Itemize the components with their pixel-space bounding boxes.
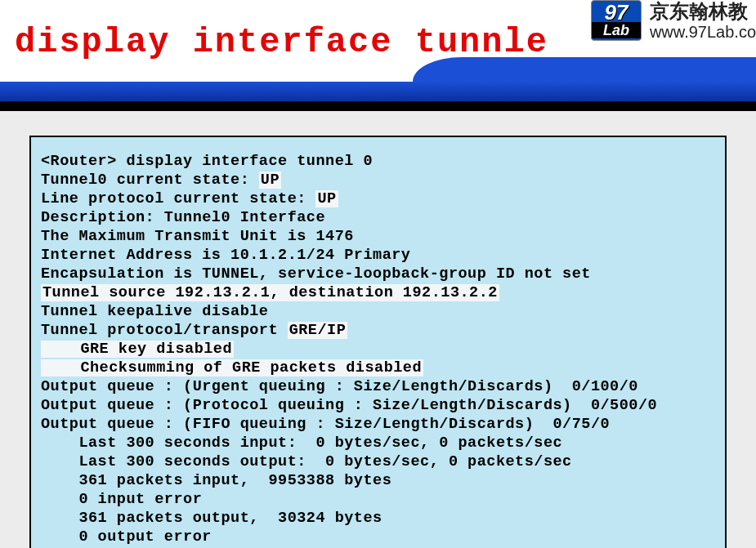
line: Encapsulation is TUNNEL, service-loopbac…: [41, 265, 591, 283]
line: <Router> display interface tunnel 0: [41, 153, 373, 170]
line: The Maximum Transmit Unit is 1476: [41, 228, 354, 245]
line: 0 input error: [41, 491, 202, 508]
line: Output queue : (Urgent queuing : Size/Le…: [41, 378, 638, 395]
logo-icon: 97 Lab: [591, 0, 642, 41]
line: Last 300 seconds output: 0 bytes/sec, 0 …: [41, 453, 572, 470]
highlight-gre-ip: GRE/IP: [288, 322, 348, 339]
highlight-tunnel-src-dst: Tunnel source 192.13.2.1, destination 19…: [41, 284, 499, 301]
logo-bottom-text: Lab: [592, 22, 641, 38]
line: 361 packets input, 9953388 bytes: [41, 472, 391, 489]
line: Description: Tunnel0 Interface: [41, 209, 325, 226]
line: Tunnel keepalive disable: [41, 303, 268, 320]
line: Line protocol current state:: [41, 190, 315, 207]
line: Internet Address is 10.1.2.1/24 Primary: [41, 247, 410, 264]
brand-block: 97 Lab 京东翰林教 www.97Lab.co: [591, 0, 756, 42]
highlight-protocol-up: UP: [315, 190, 338, 207]
content-area: <Router> display interface tunnel 0 Tunn…: [0, 111, 756, 548]
brand-url: www.97Lab.co: [650, 23, 756, 42]
highlight-state-up: UP: [259, 172, 281, 189]
line: Tunnel0 current state:: [41, 172, 259, 189]
highlight-checksum: Checksumming of GRE packets disabled: [41, 359, 423, 376]
line: Output queue : (Protocol queuing : Size/…: [41, 397, 657, 414]
terminal-output: <Router> display interface tunnel 0 Tunn…: [29, 136, 727, 548]
highlight-gre-key: GRE key disabled: [41, 341, 234, 358]
brand-cn: 京东翰林教: [650, 0, 756, 23]
line: 0 output error: [41, 528, 212, 546]
page-title: display interface tunnle: [15, 23, 548, 62]
line: Tunnel protocol/transport: [41, 322, 288, 339]
brand-text: 京东翰林教 www.97Lab.co: [650, 0, 756, 42]
line: Output queue : (FIFO queuing : Size/Leng…: [41, 416, 610, 433]
separator-bar: [0, 82, 756, 111]
line: Last 300 seconds input: 0 bytes/sec, 0 p…: [41, 434, 562, 452]
line: 361 packets output, 30324 bytes: [41, 510, 382, 527]
logo-top-text: 97: [604, 2, 628, 22]
